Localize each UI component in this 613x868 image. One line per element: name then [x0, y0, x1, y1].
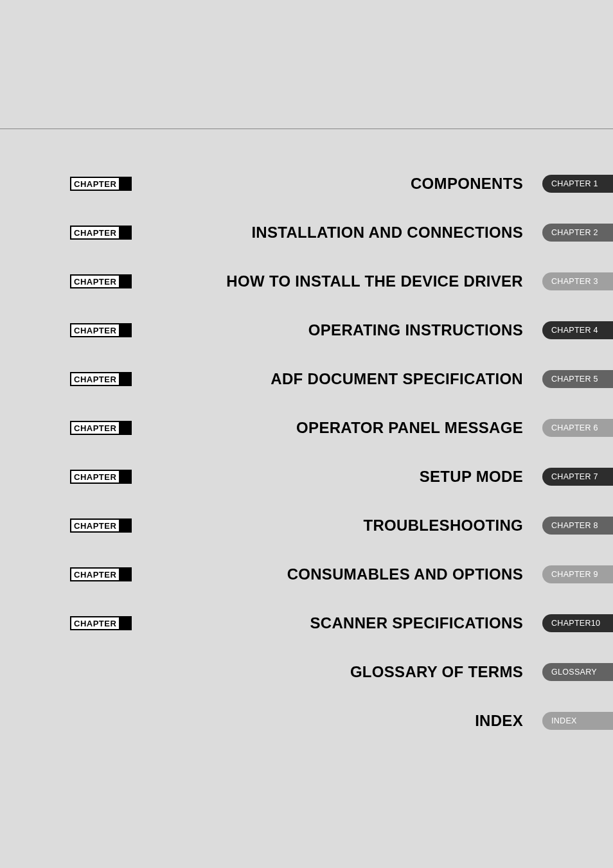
- toc-row[interactable]: CHAPTERCOMPONENTSCHAPTER 1: [70, 175, 613, 193]
- chapter-badge-wrap: CHAPTER: [70, 714, 126, 728]
- toc-title: SCANNER SPECIFICATIONS: [126, 614, 542, 632]
- horizontal-divider: [0, 128, 613, 129]
- toc-row[interactable]: CHAPTERHOW TO INSTALL THE DEVICE DRIVERC…: [70, 272, 613, 290]
- toc-title: SETUP MODE: [126, 468, 542, 486]
- chapter-tab[interactable]: CHAPTER 8: [542, 517, 613, 535]
- toc-row[interactable]: CHAPTERINDEXINDEX: [70, 712, 613, 730]
- toc-row[interactable]: CHAPTERSCANNER SPECIFICATIONSCHAPTER10: [70, 614, 613, 632]
- toc-title: HOW TO INSTALL THE DEVICE DRIVER: [126, 272, 542, 290]
- toc-row[interactable]: CHAPTERADF DOCUMENT SPECIFICATIONCHAPTER…: [70, 370, 613, 388]
- chapter-badge-label: CHAPTER: [71, 373, 119, 385]
- chapter-badge-label: CHAPTER: [71, 178, 119, 190]
- chapter-badge: CHAPTER: [70, 518, 132, 533]
- chapter-tab[interactable]: INDEX: [542, 712, 613, 730]
- chapter-badge: CHAPTER: [70, 470, 132, 484]
- chapter-tab[interactable]: CHAPTER10: [542, 614, 613, 632]
- chapter-tab[interactable]: CHAPTER 2: [542, 224, 613, 242]
- chapter-tab[interactable]: CHAPTER 9: [542, 565, 613, 583]
- chapter-tab[interactable]: CHAPTER 1: [542, 175, 613, 193]
- chapter-badge-wrap: CHAPTER: [70, 372, 126, 386]
- toc-title: ADF DOCUMENT SPECIFICATION: [126, 370, 542, 388]
- chapter-badge-label: CHAPTER: [71, 617, 119, 629]
- chapter-badge-label: CHAPTER: [71, 471, 119, 483]
- chapter-badge-wrap: CHAPTER: [70, 421, 126, 435]
- chapter-tab[interactable]: GLOSSARY: [542, 663, 613, 681]
- chapter-badge-wrap: CHAPTER: [70, 323, 126, 337]
- chapter-tab[interactable]: CHAPTER 6: [542, 419, 613, 437]
- chapter-badge-label: CHAPTER: [71, 422, 119, 434]
- chapter-badge: CHAPTER: [70, 372, 132, 386]
- toc-title: COMPONENTS: [126, 175, 542, 193]
- chapter-badge: CHAPTER: [70, 323, 132, 337]
- toc-row[interactable]: CHAPTERINSTALLATION AND CONNECTIONSCHAPT…: [70, 224, 613, 242]
- toc-title: CONSUMABLES AND OPTIONS: [126, 565, 542, 583]
- chapter-badge: CHAPTER: [70, 226, 132, 240]
- toc-title: OPERATING INSTRUCTIONS: [126, 321, 542, 339]
- chapter-badge-label: CHAPTER: [71, 227, 119, 238]
- toc-title: INDEX: [126, 712, 542, 730]
- toc-title: TROUBLESHOOTING: [126, 517, 542, 535]
- chapter-badge-wrap: CHAPTER: [70, 518, 126, 533]
- toc-row[interactable]: CHAPTERCONSUMABLES AND OPTIONSCHAPTER 9: [70, 565, 613, 583]
- chapter-badge-label: CHAPTER: [71, 520, 119, 531]
- toc-title: GLOSSARY OF TERMS: [126, 663, 542, 681]
- chapter-badge: CHAPTER: [70, 421, 132, 435]
- chapter-badge: CHAPTER: [70, 274, 132, 288]
- toc-row[interactable]: CHAPTERGLOSSARY OF TERMSGLOSSARY: [70, 663, 613, 681]
- chapter-tab[interactable]: CHAPTER 7: [542, 468, 613, 486]
- chapter-tab[interactable]: CHAPTER 5: [542, 370, 613, 388]
- toc-row[interactable]: CHAPTEROPERATOR PANEL MESSAGECHAPTER 6: [70, 419, 613, 437]
- chapter-badge-wrap: CHAPTER: [70, 226, 126, 240]
- toc-title: INSTALLATION AND CONNECTIONS: [126, 224, 542, 242]
- chapter-badge-wrap: CHAPTER: [70, 665, 126, 679]
- chapter-badge-label: CHAPTER: [71, 569, 119, 580]
- table-of-contents: CHAPTERCOMPONENTSCHAPTER 1CHAPTERINSTALL…: [70, 175, 613, 730]
- toc-row[interactable]: CHAPTEROPERATING INSTRUCTIONSCHAPTER 4: [70, 321, 613, 339]
- chapter-badge: CHAPTER: [70, 177, 132, 191]
- chapter-tab[interactable]: CHAPTER 4: [542, 321, 613, 339]
- chapter-badge-wrap: CHAPTER: [70, 470, 126, 484]
- chapter-badge: CHAPTER: [70, 616, 132, 630]
- toc-row[interactable]: CHAPTERSETUP MODECHAPTER 7: [70, 468, 613, 486]
- chapter-badge: CHAPTER: [70, 567, 132, 581]
- chapter-badge-wrap: CHAPTER: [70, 616, 126, 630]
- chapter-badge-label: CHAPTER: [71, 324, 119, 336]
- chapter-tab[interactable]: CHAPTER 3: [542, 272, 613, 290]
- toc-row[interactable]: CHAPTERTROUBLESHOOTINGCHAPTER 8: [70, 517, 613, 535]
- toc-title: OPERATOR PANEL MESSAGE: [126, 419, 542, 437]
- chapter-badge-wrap: CHAPTER: [70, 567, 126, 581]
- chapter-badge-wrap: CHAPTER: [70, 177, 126, 191]
- chapter-badge-label: CHAPTER: [71, 276, 119, 287]
- chapter-badge-wrap: CHAPTER: [70, 274, 126, 288]
